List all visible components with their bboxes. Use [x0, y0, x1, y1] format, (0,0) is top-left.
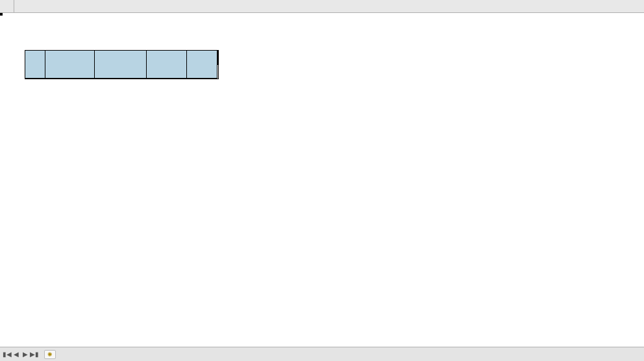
th-bagian: [147, 51, 187, 79]
select-all-corner[interactable]: [0, 0, 14, 12]
tab-nav-next[interactable]: ▶: [21, 351, 30, 358]
tab-nav: ▮◀ ◀ ▶ ▶▮: [0, 351, 42, 358]
tab-nav-last[interactable]: ▶▮: [30, 351, 39, 358]
tab-nav-first[interactable]: ▮◀: [3, 351, 12, 358]
schedule-table: [25, 50, 219, 79]
th-no: [25, 51, 45, 79]
sheet-tab-bar: ▮◀ ◀ ▶ ▶▮ ✺: [0, 347, 644, 361]
th-nama: [95, 51, 147, 79]
th-group: [187, 51, 217, 79]
new-sheet-button[interactable]: ✺: [44, 350, 56, 359]
column-header-row: [0, 0, 644, 13]
active-cell-outline: [0, 13, 3, 16]
tab-nav-prev[interactable]: ◀: [12, 351, 21, 358]
th-month: [217, 51, 218, 65]
th-nik: [45, 51, 95, 79]
